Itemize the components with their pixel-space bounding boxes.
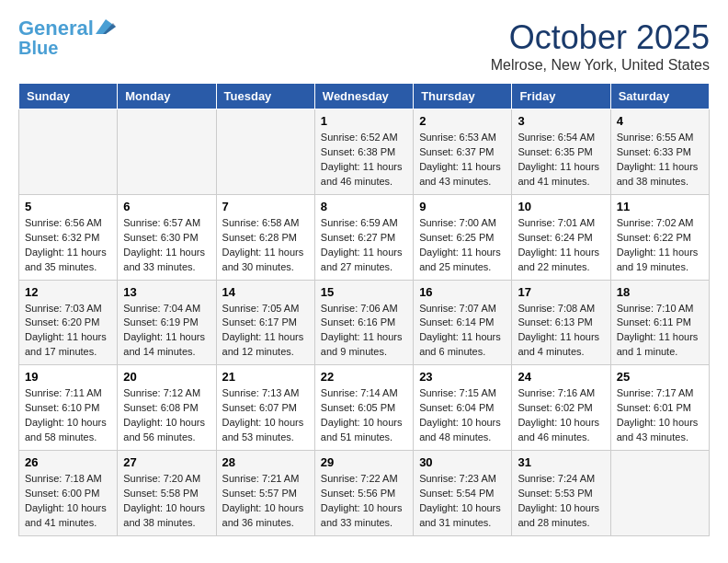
calendar-cell: 22Sunrise: 7:14 AM Sunset: 6:05 PM Dayli… <box>314 365 413 451</box>
day-info: Sunrise: 7:06 AM Sunset: 6:16 PM Dayligh… <box>321 302 407 361</box>
calendar-cell: 17Sunrise: 7:08 AM Sunset: 6:13 PM Dayli… <box>512 280 610 365</box>
weekday-header: Thursday <box>414 84 512 109</box>
day-number: 25 <box>617 370 703 384</box>
day-info: Sunrise: 6:53 AM Sunset: 6:37 PM Dayligh… <box>419 131 506 190</box>
weekday-header: Monday <box>118 84 216 109</box>
day-info: Sunrise: 7:16 AM Sunset: 6:02 PM Dayligh… <box>518 386 604 445</box>
day-info: Sunrise: 7:15 AM Sunset: 6:04 PM Dayligh… <box>419 386 506 445</box>
day-info: Sunrise: 6:52 AM Sunset: 6:38 PM Dayligh… <box>321 131 407 190</box>
day-info: Sunrise: 7:22 AM Sunset: 5:56 PM Dayligh… <box>321 472 407 531</box>
calendar-cell: 29Sunrise: 7:22 AM Sunset: 5:56 PM Dayli… <box>314 451 413 536</box>
day-info: Sunrise: 7:05 AM Sunset: 6:17 PM Dayligh… <box>222 302 309 361</box>
day-number: 12 <box>25 285 111 299</box>
day-number: 16 <box>419 285 506 299</box>
day-number: 5 <box>25 200 111 213</box>
calendar-cell: 23Sunrise: 7:15 AM Sunset: 6:04 PM Dayli… <box>414 365 512 451</box>
calendar-cell: 13Sunrise: 7:04 AM Sunset: 6:19 PM Dayli… <box>118 280 216 365</box>
day-info: Sunrise: 7:20 AM Sunset: 5:58 PM Dayligh… <box>123 472 210 531</box>
calendar-cell <box>118 109 216 195</box>
calendar-cell: 5Sunrise: 6:56 AM Sunset: 6:32 PM Daylig… <box>19 194 118 280</box>
calendar-week-row: 1Sunrise: 6:52 AM Sunset: 6:38 PM Daylig… <box>19 109 710 195</box>
day-info: Sunrise: 7:18 AM Sunset: 6:00 PM Dayligh… <box>25 472 111 531</box>
logo: General Blue <box>18 18 116 57</box>
calendar-cell: 19Sunrise: 7:11 AM Sunset: 6:10 PM Dayli… <box>19 365 118 451</box>
calendar-cell: 28Sunrise: 7:21 AM Sunset: 5:57 PM Dayli… <box>216 451 314 536</box>
calendar-week-row: 26Sunrise: 7:18 AM Sunset: 6:00 PM Dayli… <box>19 451 710 536</box>
calendar-cell: 2Sunrise: 6:53 AM Sunset: 6:37 PM Daylig… <box>414 109 512 195</box>
day-number: 3 <box>518 114 604 128</box>
location: Melrose, New York, United States <box>491 57 710 74</box>
weekday-header: Tuesday <box>216 84 314 109</box>
day-number: 2 <box>419 114 506 128</box>
day-info: Sunrise: 7:23 AM Sunset: 5:54 PM Dayligh… <box>419 472 506 531</box>
day-info: Sunrise: 7:12 AM Sunset: 6:08 PM Dayligh… <box>123 386 210 445</box>
day-number: 26 <box>25 455 111 469</box>
calendar-cell: 21Sunrise: 7:13 AM Sunset: 6:07 PM Dayli… <box>216 365 314 451</box>
calendar-header-row: SundayMondayTuesdayWednesdayThursdayFrid… <box>19 84 710 109</box>
day-number: 28 <box>222 455 309 469</box>
weekday-header: Saturday <box>610 84 709 109</box>
page-header: General Blue October 2025 Melrose, New Y… <box>18 18 710 74</box>
calendar-cell: 10Sunrise: 7:01 AM Sunset: 6:24 PM Dayli… <box>512 194 610 280</box>
calendar-cell: 8Sunrise: 6:59 AM Sunset: 6:27 PM Daylig… <box>314 194 413 280</box>
day-info: Sunrise: 7:03 AM Sunset: 6:20 PM Dayligh… <box>25 302 111 361</box>
calendar-week-row: 12Sunrise: 7:03 AM Sunset: 6:20 PM Dayli… <box>19 280 710 365</box>
calendar-cell: 31Sunrise: 7:24 AM Sunset: 5:53 PM Dayli… <box>512 451 610 536</box>
calendar-cell: 7Sunrise: 6:58 AM Sunset: 6:28 PM Daylig… <box>216 194 314 280</box>
day-number: 9 <box>419 200 506 213</box>
calendar-cell: 6Sunrise: 6:57 AM Sunset: 6:30 PM Daylig… <box>118 194 216 280</box>
calendar-cell: 9Sunrise: 7:00 AM Sunset: 6:25 PM Daylig… <box>414 194 512 280</box>
calendar-cell: 26Sunrise: 7:18 AM Sunset: 6:00 PM Dayli… <box>19 451 118 536</box>
month-title: October 2025 <box>491 18 710 57</box>
calendar-cell: 1Sunrise: 6:52 AM Sunset: 6:38 PM Daylig… <box>314 109 413 195</box>
calendar-cell <box>216 109 314 195</box>
day-info: Sunrise: 6:54 AM Sunset: 6:35 PM Dayligh… <box>518 131 604 190</box>
logo-text: General <box>18 18 94 39</box>
day-info: Sunrise: 6:58 AM Sunset: 6:28 PM Dayligh… <box>222 216 309 275</box>
calendar-cell: 30Sunrise: 7:23 AM Sunset: 5:54 PM Dayli… <box>414 451 512 536</box>
calendar-cell: 14Sunrise: 7:05 AM Sunset: 6:17 PM Dayli… <box>216 280 314 365</box>
calendar-cell <box>610 451 709 536</box>
day-number: 7 <box>222 200 309 213</box>
calendar-cell: 15Sunrise: 7:06 AM Sunset: 6:16 PM Dayli… <box>314 280 413 365</box>
day-number: 4 <box>617 114 703 128</box>
day-info: Sunrise: 7:04 AM Sunset: 6:19 PM Dayligh… <box>123 302 210 361</box>
day-info: Sunrise: 7:01 AM Sunset: 6:24 PM Dayligh… <box>518 216 604 275</box>
calendar-week-row: 19Sunrise: 7:11 AM Sunset: 6:10 PM Dayli… <box>19 365 710 451</box>
calendar-body: 1Sunrise: 6:52 AM Sunset: 6:38 PM Daylig… <box>19 109 710 536</box>
logo-blue-text: Blue <box>18 39 58 57</box>
calendar-cell: 25Sunrise: 7:17 AM Sunset: 6:01 PM Dayli… <box>610 365 709 451</box>
calendar-cell: 18Sunrise: 7:10 AM Sunset: 6:11 PM Dayli… <box>610 280 709 365</box>
day-number: 6 <box>123 200 210 213</box>
day-number: 14 <box>222 285 309 299</box>
day-number: 13 <box>123 285 210 299</box>
day-info: Sunrise: 6:55 AM Sunset: 6:33 PM Dayligh… <box>617 131 703 190</box>
calendar-cell: 27Sunrise: 7:20 AM Sunset: 5:58 PM Dayli… <box>118 451 216 536</box>
day-number: 21 <box>222 370 309 384</box>
calendar-cell: 4Sunrise: 6:55 AM Sunset: 6:33 PM Daylig… <box>610 109 709 195</box>
day-info: Sunrise: 6:56 AM Sunset: 6:32 PM Dayligh… <box>25 216 111 275</box>
day-info: Sunrise: 7:17 AM Sunset: 6:01 PM Dayligh… <box>617 386 703 445</box>
calendar-table: SundayMondayTuesdayWednesdayThursdayFrid… <box>18 83 710 536</box>
day-info: Sunrise: 7:11 AM Sunset: 6:10 PM Dayligh… <box>25 386 111 445</box>
day-number: 11 <box>617 200 703 213</box>
day-info: Sunrise: 7:24 AM Sunset: 5:53 PM Dayligh… <box>518 472 604 531</box>
day-info: Sunrise: 7:10 AM Sunset: 6:11 PM Dayligh… <box>617 302 703 361</box>
calendar-cell: 3Sunrise: 6:54 AM Sunset: 6:35 PM Daylig… <box>512 109 610 195</box>
day-info: Sunrise: 7:13 AM Sunset: 6:07 PM Dayligh… <box>222 386 309 445</box>
day-number: 27 <box>123 455 210 469</box>
calendar-cell <box>19 109 118 195</box>
day-number: 20 <box>123 370 210 384</box>
weekday-header: Sunday <box>19 84 118 109</box>
calendar-cell: 20Sunrise: 7:12 AM Sunset: 6:08 PM Dayli… <box>118 365 216 451</box>
day-number: 17 <box>518 285 604 299</box>
day-info: Sunrise: 7:00 AM Sunset: 6:25 PM Dayligh… <box>419 216 506 275</box>
calendar-cell: 11Sunrise: 7:02 AM Sunset: 6:22 PM Dayli… <box>610 194 709 280</box>
calendar-week-row: 5Sunrise: 6:56 AM Sunset: 6:32 PM Daylig… <box>19 194 710 280</box>
day-number: 15 <box>321 285 407 299</box>
day-number: 24 <box>518 370 604 384</box>
day-number: 1 <box>321 114 407 128</box>
day-number: 31 <box>518 455 604 469</box>
day-info: Sunrise: 7:02 AM Sunset: 6:22 PM Dayligh… <box>617 216 703 275</box>
day-number: 30 <box>419 455 506 469</box>
